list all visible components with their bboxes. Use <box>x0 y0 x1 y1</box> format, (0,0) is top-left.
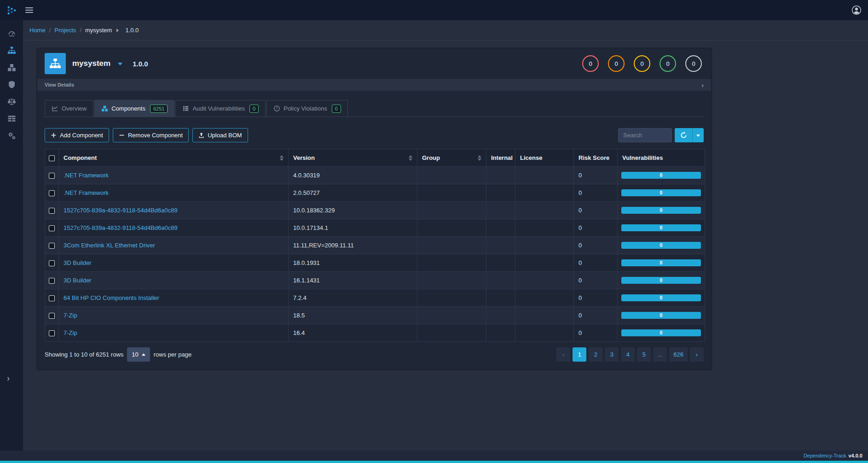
row-checkbox[interactable] <box>49 243 55 249</box>
component-link[interactable]: 3Com Etherlink XL Ethernet Driver <box>64 242 155 249</box>
page-size-dropdown[interactable]: 10 <box>127 347 150 362</box>
pagination-page-626[interactable]: 626 <box>669 347 688 362</box>
tab-audit-vulnerabilities[interactable]: Audit Vulnerabilities 0 <box>175 100 266 117</box>
remove-component-button[interactable]: Remove Component <box>113 128 189 142</box>
license-cell <box>515 272 574 289</box>
group-cell <box>417 254 486 272</box>
view-details-label: View Details <box>45 82 74 88</box>
footer-accent-strip <box>0 461 868 463</box>
remove-component-label: Remove Component <box>128 132 183 139</box>
sidebar-item-components[interactable] <box>0 59 23 76</box>
hamburger-menu-icon[interactable] <box>25 7 33 13</box>
gears-icon <box>7 131 16 140</box>
component-link[interactable]: .NET Framework <box>64 172 109 179</box>
component-link[interactable]: 1527c705-839a-4832-9118-54d4Bd6a0c89 <box>64 207 178 214</box>
app-footer: Dependency-Track v4.0.0 <box>0 451 868 461</box>
version-cell: 18.0.1931 <box>289 254 417 272</box>
version-cell: 16.4 <box>289 324 417 342</box>
pagination-page-4[interactable]: 4 <box>621 347 635 362</box>
component-link[interactable]: 3D Builder <box>64 259 92 266</box>
project-version: 1.0.0 <box>133 60 148 68</box>
row-checkbox[interactable] <box>49 330 55 336</box>
row-checkbox[interactable] <box>49 260 55 266</box>
sidebar-item-licenses[interactable] <box>0 93 23 110</box>
search-input[interactable] <box>618 128 672 142</box>
row-checkbox[interactable] <box>49 278 55 284</box>
group-cell <box>417 272 486 289</box>
group-cell <box>417 289 486 307</box>
internal-cell <box>486 324 515 342</box>
version-cell: 7.2.4 <box>289 289 417 307</box>
column-header-component[interactable]: Component <box>59 149 289 167</box>
pagination-next[interactable]: › <box>690 347 704 362</box>
sidebar-item-dashboard[interactable] <box>0 25 23 42</box>
internal-cell <box>486 219 515 237</box>
unassigned-severity-badge: 0 <box>685 55 702 72</box>
column-label: Vulnerabilities <box>622 154 663 161</box>
pagination-page-1[interactable]: 1 <box>573 347 586 362</box>
dependency-track-logo[interactable] <box>6 5 17 16</box>
risk-score-cell: 0 <box>574 202 618 219</box>
table-options-dropdown-button[interactable] <box>692 128 704 142</box>
left-sidebar: › <box>0 20 23 451</box>
sidebar-item-administration[interactable] <box>0 127 23 144</box>
row-checkbox[interactable] <box>49 295 55 301</box>
sidebar-item-projects[interactable] <box>0 42 23 59</box>
license-cell <box>515 307 574 324</box>
project-header: mysystem 1.0.0 0 0 0 0 0 <box>37 48 711 79</box>
caret-right-icon <box>116 29 121 32</box>
license-cell <box>515 202 574 219</box>
pagination-page-2[interactable]: 2 <box>589 347 602 362</box>
pagination-page-3[interactable]: 3 <box>605 347 619 362</box>
column-header-group[interactable]: Group <box>417 149 486 167</box>
component-link[interactable]: .NET Framework <box>64 189 109 196</box>
row-checkbox[interactable] <box>49 313 55 319</box>
sort-icon[interactable] <box>280 153 284 163</box>
breadcrumb-separator: / <box>80 27 81 34</box>
component-link[interactable]: 7-Zip <box>64 312 77 319</box>
tab-overview[interactable]: Overview <box>45 100 93 117</box>
caret-down-icon <box>696 135 700 139</box>
license-cell <box>515 324 574 342</box>
sidebar-item-vulnerabilities[interactable] <box>0 76 23 93</box>
row-checkbox[interactable] <box>49 208 55 214</box>
table-footer: Showing 1 to 10 of 6251 rows 10 rows per… <box>45 347 704 362</box>
dependency-track-link[interactable]: Dependency-Track <box>804 453 846 458</box>
tab-policy-violations[interactable]: Policy Violations 0 <box>266 100 348 117</box>
component-link[interactable]: 1527c705-839a-4832-9118-54d4Bd6a0c89 <box>64 224 178 231</box>
component-link[interactable]: 3D Builder <box>64 277 92 284</box>
sort-icon[interactable] <box>478 153 481 163</box>
row-checkbox[interactable] <box>49 190 55 196</box>
column-header-version[interactable]: Version <box>289 149 417 167</box>
view-details-bar[interactable]: View Details › <box>37 79 711 91</box>
tab-components[interactable]: Components 6251 <box>94 100 174 117</box>
component-link[interactable]: 7-Zip <box>64 329 77 336</box>
pagination-page-5[interactable]: 5 <box>637 347 651 362</box>
dashboard-icon <box>7 29 16 38</box>
sidebar-minimizer-chevron-right-icon[interactable]: › <box>0 371 23 385</box>
add-component-button[interactable]: Add Component <box>45 128 109 142</box>
sort-icon[interactable] <box>409 153 412 163</box>
showing-rows-text: Showing 1 to 10 of 6251 rows <box>45 351 123 358</box>
breadcrumb-projects-link[interactable]: Projects <box>54 27 76 34</box>
risk-score-cell: 0 <box>574 237 618 254</box>
user-avatar-icon[interactable] <box>851 5 862 15</box>
group-cell <box>417 167 486 184</box>
upload-bom-button[interactable]: Upload BOM <box>192 128 248 142</box>
row-checkbox[interactable] <box>49 173 55 179</box>
pagination-ellipsis: ... <box>653 347 667 362</box>
column-label: Risk Score <box>579 154 609 161</box>
refresh-button[interactable] <box>675 128 692 142</box>
tab-label: Policy Violations <box>284 105 327 112</box>
sidebar-item-policy-management[interactable] <box>0 110 23 127</box>
row-checkbox[interactable] <box>49 225 55 231</box>
license-cell <box>515 184 574 202</box>
breadcrumb-home-link[interactable]: Home <box>29 27 46 34</box>
table-row: .NET Framework 4.0.30319 0 0 <box>45 167 705 184</box>
component-link[interactable]: 64 Bit HP CIO Components Installer <box>64 294 159 301</box>
version-dropdown-caret-icon[interactable] <box>118 63 122 68</box>
pagination-prev[interactable]: ‹ <box>556 347 570 362</box>
audit-count-badge: 0 <box>249 105 259 113</box>
project-card: mysystem 1.0.0 0 0 0 0 0 View Details › <box>37 48 712 369</box>
select-all-checkbox[interactable] <box>49 155 55 161</box>
